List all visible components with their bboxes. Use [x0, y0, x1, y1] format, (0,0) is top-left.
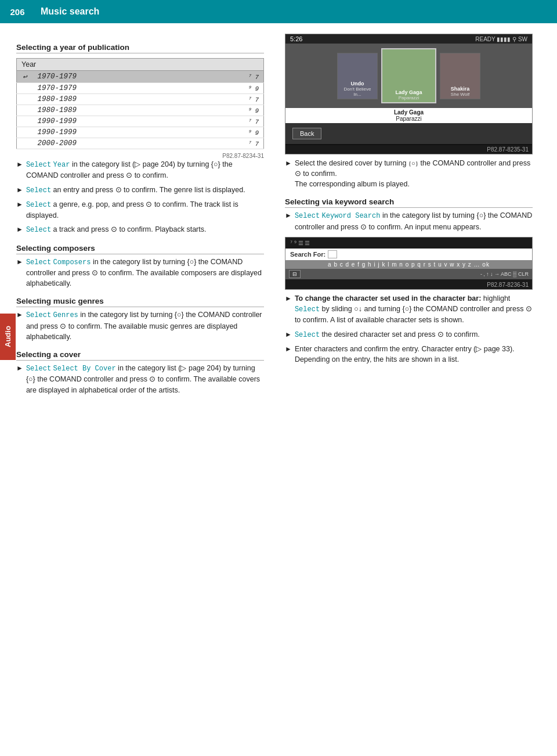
arrow-icon: ► — [285, 330, 292, 340]
search-top-bar: ⁷ ⁹ ☰ ☰ — [285, 237, 532, 249]
album-title: Lady Gaga — [395, 89, 422, 95]
kw-bullets: ►Select Keyword Search in the category l… — [285, 210, 533, 232]
year-row-count: ⁹ 9 — [194, 105, 264, 116]
year-row-icon — [17, 127, 33, 138]
section-heading-keyword: Selecting via keyword search — [285, 197, 533, 208]
bullet-text: Select Year in the category list (▷ page… — [26, 159, 264, 181]
status-bar-1: 5:26 READY ▮▮▮▮ ⚲ SW — [285, 34, 532, 44]
year-row-range: 1990-1999 — [33, 127, 194, 138]
status-right: READY ▮▮▮▮ ⚲ SW — [475, 36, 527, 42]
year-row-range: 1970-1979 — [33, 71, 194, 83]
bullet-item: ►Select Keyword Search in the category l… — [285, 210, 533, 232]
arrow-icon: ► — [285, 344, 292, 354]
bullet-item: ►Select a track and press ⊙ to confirm. … — [16, 224, 264, 235]
year-row-count: ⁷ 7 — [194, 94, 264, 105]
year-row-range: 1980-1989 — [33, 94, 194, 105]
page-number: 206 — [0, 0, 35, 23]
right-bullet1: ► Select the desired cover by turning {○… — [285, 158, 533, 189]
album-artist: Lady Gaga — [394, 109, 424, 116]
year-row-range: 1980-1989 — [33, 105, 194, 116]
album-song: Paparazzi — [396, 116, 421, 122]
year-row-range: 1990-1999 — [33, 116, 194, 127]
right-bullets2: ►To change the character set used in the… — [285, 293, 533, 365]
arrow-icon: ► — [16, 200, 23, 210]
arrow-icon: ► — [16, 257, 23, 267]
kbd-btn-left[interactable]: ⊟ — [289, 270, 301, 278]
bullet-text: Select Keyword Search in the category li… — [295, 210, 533, 232]
arrow-icon: ► — [16, 310, 23, 320]
bullet-text: Select Genres in the category list by tu… — [26, 309, 264, 342]
section4-bullets: ►Select Select By Cover in the category … — [16, 363, 264, 395]
section-heading-composers: Selecting composers — [16, 244, 264, 254]
year-row-count: ⁹ 9 — [194, 83, 264, 94]
bullet-item: ►Enter characters and confirm the entry.… — [285, 344, 533, 365]
search-input-cursor[interactable] — [328, 250, 337, 258]
year-img-ref: P82.87-8234-31 — [16, 153, 264, 159]
bullet-item: ►Select a genre, e.g. pop, and press ⊙ t… — [16, 199, 264, 221]
year-row-icon — [17, 94, 33, 105]
section-heading-year: Selecting a year of publication — [16, 43, 264, 53]
year-row-icon — [17, 116, 33, 127]
year-row-count: ⁷ 7 — [194, 116, 264, 127]
right-column: 5:26 READY ▮▮▮▮ ⚲ SW Undo Don't Believe … — [274, 23, 538, 409]
bullet-text: Select a genre, e.g. pop, and press ⊙ to… — [26, 199, 264, 221]
kbd-btn-middle: - ‚ ↑ ↓ → ABC ▒ CLR — [480, 271, 529, 277]
device2-img-ref: P82.87-8236-31 — [285, 280, 532, 289]
album-card: Shakira She Wolf — [440, 53, 480, 99]
album-sublabel: Paparazzi — [399, 95, 419, 100]
bullet-item: ►Select Genres in the category list by t… — [16, 309, 264, 342]
device-screenshot-1: 5:26 READY ▮▮▮▮ ⚲ SW Undo Don't Believe … — [285, 34, 533, 154]
bullet-text: Select Composers in the category list by… — [26, 257, 264, 289]
year-row-icon — [17, 105, 33, 116]
year-row-count: ⁷ 7 — [194, 71, 264, 83]
year-table: Year ↩ 1970-1979 ⁷ 7 1970-1979 ⁹ 9 1980-… — [16, 58, 264, 149]
year-row-range: 1970-1979 — [33, 83, 194, 94]
bullet-item: ►To change the character set used in the… — [285, 293, 533, 326]
year-row-count: ⁷ 7 — [194, 138, 264, 149]
bullet-item: ►Select the desired character set and pr… — [285, 329, 533, 340]
arrow-icon-1: ► — [285, 159, 292, 168]
album-area: Undo Don't Believe In... Lady Gaga Papar… — [285, 44, 532, 108]
section3-bullets: ►Select Genres in the category list by t… — [16, 309, 264, 342]
section-heading-genres: Selecting music genres — [16, 297, 264, 307]
year-row-icon — [17, 83, 33, 94]
year-row-icon — [17, 138, 33, 149]
device-screenshot-2: ⁷ ⁹ ☰ ☰ Search For: a b c d e f g h i j … — [285, 237, 533, 290]
header-title: Music search — [35, 6, 99, 17]
back-button[interactable]: Back — [292, 128, 321, 139]
search-for-row: Search For: — [285, 249, 532, 260]
keyboard-row: a b c d e f g h i j k l m n o p q r s t … — [285, 260, 532, 269]
bullet-item: ►Select an entry and press ⊙ to confirm.… — [16, 185, 264, 196]
year-row-range: 2000-2009 — [33, 138, 194, 149]
device1-img-ref: P82.87-8235-31 — [285, 145, 532, 154]
time-display: 5:26 — [290, 35, 302, 42]
header-bar: 206 Music search — [0, 0, 557, 23]
bullet-text: Select a track and press ⊙ to confirm. P… — [26, 224, 207, 235]
year-table-header: Year — [17, 59, 264, 71]
year-row-count: ⁹ 9 — [194, 127, 264, 138]
search-for-label: Search For: — [290, 251, 325, 258]
arrow-icon: ► — [285, 211, 292, 221]
album-sublabel: Don't Believe In... — [339, 87, 375, 97]
bullet-text: Select an entry and press ⊙ to confirm. … — [26, 185, 245, 196]
arrow-icon: ► — [16, 185, 23, 195]
arrow-icon: ► — [16, 363, 23, 373]
album-label-row: Lady Gaga Paparazzi — [285, 108, 532, 123]
left-column: Selecting a year of publication Year ↩ 1… — [10, 23, 274, 409]
search-top-icons: ⁷ ⁹ ☰ ☰ — [290, 240, 310, 246]
bullet-text: Enter characters and confirm the entry. … — [295, 344, 533, 365]
year-row-icon: ↩ — [17, 71, 33, 83]
bullet-text: To change the character set used in the … — [295, 293, 533, 326]
album-sublabel: She Wolf — [451, 92, 469, 97]
arrow-icon: ► — [285, 294, 292, 304]
album-title: Shakira — [451, 86, 470, 92]
keyboard-row2: ⊟ - ‚ ↑ ↓ → ABC ▒ CLR — [285, 269, 532, 279]
section-heading-cover: Selecting a cover — [16, 350, 264, 361]
bullet-item: ►Select Composers in the category list b… — [16, 257, 264, 289]
album-card: Undo Don't Believe In... — [337, 53, 378, 99]
arrow-icon: ► — [16, 225, 23, 235]
right-bullet1-text: Select the desired cover by turning {○} … — [295, 158, 533, 189]
arrow-icon: ► — [16, 160, 23, 170]
bullet-text: Select Select By Cover in the category l… — [26, 363, 264, 395]
album-title: Undo — [351, 81, 364, 87]
